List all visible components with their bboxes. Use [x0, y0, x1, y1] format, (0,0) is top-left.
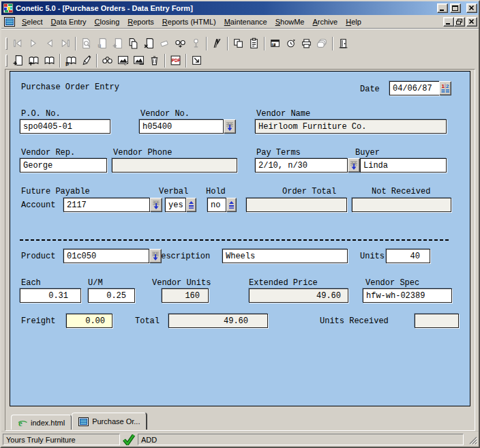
menu-data-entry[interactable]: Data Entry — [47, 16, 91, 28]
erase-record-button[interactable] — [157, 36, 172, 51]
hold-spinner-button[interactable] — [226, 198, 237, 212]
paste-button[interactable] — [246, 36, 262, 51]
pdf-icon: PDF — [170, 55, 181, 66]
buyer-input[interactable] — [360, 158, 447, 173]
date-input[interactable] — [389, 81, 440, 95]
toolbar-handle[interactable] — [5, 38, 7, 50]
vendor-spec-input[interactable] — [363, 288, 452, 303]
vendor-no-input[interactable] — [139, 119, 224, 134]
query-record-button[interactable] — [172, 36, 188, 51]
tab-purchase-orders[interactable]: Purchase Or... — [72, 413, 147, 430]
maximize-button[interactable] — [450, 3, 461, 13]
toolbar-handle[interactable] — [5, 55, 7, 67]
form-field-icon: F — [269, 38, 281, 49]
account-input[interactable] — [63, 198, 150, 212]
total-label: Total — [135, 316, 160, 326]
pin-record-button[interactable] — [188, 36, 204, 51]
vendor-no-lookup-button[interactable] — [224, 119, 236, 134]
account-lookup-button[interactable] — [150, 198, 162, 212]
order-total-input — [246, 198, 347, 212]
vendor-phone-input — [112, 158, 237, 173]
vendor-spec-label: Vendor Spec — [365, 278, 419, 288]
hold-input[interactable] — [207, 198, 226, 212]
product-input[interactable] — [63, 249, 149, 263]
mdi-restore-button[interactable] — [454, 17, 465, 27]
not-received-input — [352, 198, 451, 212]
menu-showme[interactable]: ShowMe — [271, 16, 309, 28]
first-record-button[interactable] — [10, 36, 26, 51]
po-no-input[interactable] — [20, 119, 110, 134]
units-received-label: Units Received — [320, 316, 389, 326]
quick-entry-button[interactable] — [209, 36, 225, 51]
verbal-spinner-button[interactable] — [186, 198, 196, 212]
exit-button[interactable] — [335, 36, 351, 51]
book-post-button[interactable]: p — [63, 53, 78, 68]
menu-maintenance[interactable]: Maintenance — [220, 16, 271, 28]
copy-button[interactable] — [230, 36, 246, 51]
date-picker-button[interactable]: 12 — [439, 81, 451, 95]
tab-index-html[interactable]: e index.html — [11, 415, 72, 430]
mdi-close-button[interactable] — [466, 17, 477, 27]
app-icon[interactable] — [3, 3, 14, 14]
menu-help[interactable]: Help — [342, 16, 365, 28]
trash-icon — [149, 55, 160, 66]
print-button[interactable] — [299, 36, 314, 51]
each-input[interactable] — [20, 288, 81, 303]
update-record-button[interactable]: u — [94, 36, 110, 51]
new-book-button[interactable] — [10, 53, 26, 68]
sign-button[interactable] — [78, 53, 94, 68]
form-field-button[interactable]: F — [267, 36, 283, 51]
menu-select[interactable]: Select — [18, 16, 47, 28]
verbal-label: Verbal — [159, 187, 188, 196]
delete-record-button[interactable] — [141, 36, 157, 51]
find-button[interactable] — [100, 53, 115, 68]
edit-image-icon — [117, 55, 129, 66]
remove-image-button[interactable] — [131, 53, 147, 68]
mdi-minimize-button[interactable] — [443, 17, 454, 27]
stack-button[interactable] — [314, 36, 330, 51]
date-picker-icon: 12 — [440, 83, 450, 94]
menu-reports[interactable]: Reports — [123, 16, 158, 28]
zoom-record-button[interactable] — [78, 36, 94, 51]
next-record-button[interactable] — [26, 36, 42, 51]
refresh-clock-button[interactable] — [283, 36, 299, 51]
not-received-label: Not Received — [372, 187, 430, 196]
previous-record-icon — [44, 38, 55, 49]
export-button[interactable] — [189, 53, 205, 68]
description-input[interactable] — [222, 249, 348, 263]
um-input[interactable] — [88, 288, 135, 303]
section-divider — [20, 239, 451, 241]
svg-text:F: F — [272, 42, 275, 46]
delete-button[interactable] — [147, 53, 162, 68]
previous-record-button[interactable] — [42, 36, 57, 51]
close-button[interactable] — [466, 3, 477, 13]
add-record-button[interactable] — [110, 36, 125, 51]
stack-icon — [316, 38, 328, 49]
menu-closing[interactable]: Closing — [91, 16, 124, 28]
vendor-name-input — [255, 119, 447, 134]
resize-grip[interactable] — [468, 436, 477, 445]
vendor-rep-input[interactable] — [20, 158, 107, 173]
pay-terms-input[interactable] — [255, 158, 348, 173]
pay-terms-lookup-button[interactable] — [348, 158, 360, 173]
spinner-icon — [188, 200, 195, 210]
minimize-button[interactable] — [437, 3, 448, 13]
edit-image-button[interactable] — [115, 53, 131, 68]
freight-input[interactable] — [66, 314, 112, 328]
open-book-add-button[interactable] — [26, 53, 42, 68]
toolbar-row-2: p PDF — [5, 52, 475, 69]
close-icon — [468, 5, 476, 12]
verbal-input[interactable] — [165, 198, 186, 212]
menu-archive[interactable]: Archive — [308, 16, 342, 28]
print-icon — [301, 38, 312, 49]
last-record-button[interactable] — [57, 36, 73, 51]
pin-record-icon — [190, 38, 202, 49]
units-input[interactable] — [386, 249, 430, 263]
product-lookup-button[interactable] — [149, 249, 162, 263]
vendor-phone-label: Vendor Phone — [113, 148, 172, 158]
copy-record-button[interactable] — [125, 36, 141, 51]
open-book-button[interactable] — [42, 53, 57, 68]
mdi-document-icon[interactable] — [4, 17, 15, 27]
pdf-button[interactable]: PDF — [168, 53, 183, 68]
menu-reports-html[interactable]: Reports (HTML) — [158, 16, 220, 28]
